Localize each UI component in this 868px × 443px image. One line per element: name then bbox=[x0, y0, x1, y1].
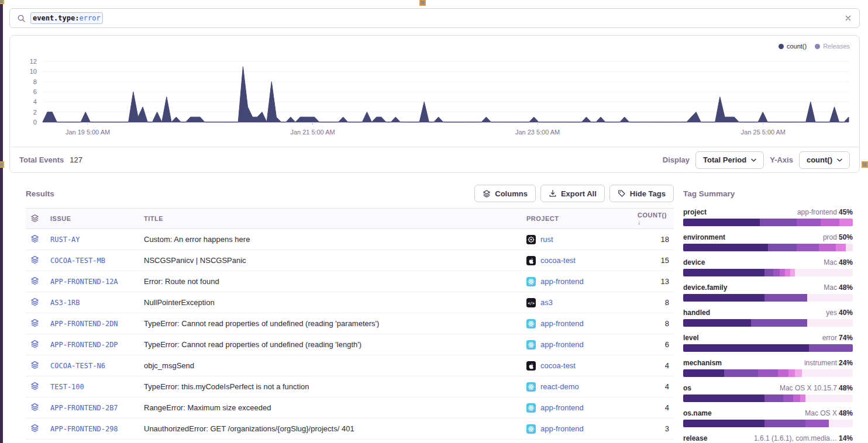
issue-link[interactable]: APP-FRONTEND-298 bbox=[50, 425, 118, 433]
tag-bar-segment[interactable] bbox=[821, 219, 839, 226]
tag-bar-segment[interactable] bbox=[764, 269, 773, 276]
project-link[interactable]: cocoa-test bbox=[540, 361, 576, 370]
tag-bar-segment[interactable] bbox=[683, 294, 764, 302]
tag-bar-segment[interactable] bbox=[805, 394, 853, 402]
project-link[interactable]: app-frontend bbox=[540, 340, 584, 349]
total-events-value: 127 bbox=[70, 155, 82, 164]
selection-handle-top-left[interactable] bbox=[0, 0, 4, 4]
tag-distribution-bar[interactable] bbox=[683, 344, 853, 352]
issue-link[interactable]: AS3-1RB bbox=[50, 299, 80, 307]
project-link[interactable]: rust bbox=[540, 235, 553, 244]
tag-bar-segment[interactable] bbox=[797, 244, 819, 251]
selection-handle-left-middle[interactable] bbox=[0, 161, 4, 168]
selection-handle-right-middle[interactable] bbox=[862, 161, 868, 168]
tag-distribution-bar[interactable] bbox=[683, 219, 853, 226]
column-header-project[interactable]: PROJECT bbox=[522, 208, 633, 229]
tag-bar-segment[interactable] bbox=[760, 219, 797, 226]
issue-link[interactable]: APP-FRONTEND-2B7 bbox=[50, 404, 118, 412]
legend-item[interactable]: count() bbox=[779, 43, 807, 50]
tag-bar-segment[interactable] bbox=[809, 344, 853, 352]
tag-bar-segment[interactable] bbox=[758, 369, 779, 377]
hide-tags-button[interactable]: Hide Tags bbox=[609, 185, 674, 202]
tag-bar-segment[interactable] bbox=[751, 319, 807, 327]
project-link[interactable]: as3 bbox=[540, 298, 553, 307]
tag-bar-segment[interactable] bbox=[802, 369, 853, 377]
tag-bar-segment[interactable] bbox=[790, 269, 795, 276]
issue-stack-icon bbox=[30, 403, 39, 411]
tag-bar-segment[interactable] bbox=[797, 219, 821, 226]
issue-link[interactable]: COCOA-TEST-N6 bbox=[50, 362, 105, 370]
tag-bar-segment[interactable] bbox=[807, 319, 853, 327]
tag-bar-segment[interactable] bbox=[683, 394, 764, 402]
project-link[interactable]: app-frontend bbox=[540, 424, 584, 433]
tag-bar-segment[interactable] bbox=[819, 244, 836, 251]
tag-percent: 48% bbox=[839, 283, 853, 292]
project-link[interactable]: app-frontend bbox=[540, 319, 584, 328]
tag-distribution-bar[interactable] bbox=[683, 269, 853, 276]
results-toolbar: ColumnsExport AllHide Tags bbox=[474, 185, 674, 202]
tag-bar-segment[interactable] bbox=[764, 394, 783, 402]
tag-distribution-bar[interactable] bbox=[683, 394, 853, 402]
tag-distribution-bar[interactable] bbox=[683, 319, 853, 327]
tag-bar-segment[interactable] bbox=[764, 294, 807, 302]
column-header-count[interactable]: COUNT() ↓ bbox=[633, 208, 674, 229]
tag-bar-segment[interactable] bbox=[795, 369, 802, 377]
count-value: 6 bbox=[633, 334, 674, 355]
tag-bar-segment[interactable] bbox=[785, 269, 790, 276]
selection-handle-top-center[interactable] bbox=[419, 0, 426, 6]
column-header-title[interactable]: TITLE bbox=[139, 208, 522, 229]
tag-bar-segment[interactable] bbox=[683, 369, 724, 377]
events-chart[interactable]: 024681012Jan 19 5:00 AMJan 21 5:00 AMJan… bbox=[10, 36, 859, 143]
tag-bar-segment[interactable] bbox=[683, 244, 768, 251]
issue-link[interactable]: APP-FRONTEND-2DN bbox=[50, 320, 118, 328]
tag-bar-segment[interactable] bbox=[783, 394, 793, 402]
issue-link[interactable]: COCOA-TEST-MB bbox=[50, 257, 105, 265]
tag-bar-segment[interactable] bbox=[807, 294, 853, 302]
display-dropdown[interactable]: Total Period bbox=[695, 151, 764, 169]
tag-distribution-bar[interactable] bbox=[683, 369, 853, 377]
tag-bar-segment[interactable] bbox=[829, 420, 853, 427]
legend-item[interactable]: Releases bbox=[815, 43, 850, 50]
columns-button[interactable]: Columns bbox=[474, 185, 536, 202]
tag-bar-segment[interactable] bbox=[800, 394, 805, 402]
tag-distribution-bar[interactable] bbox=[683, 420, 853, 427]
project-link[interactable]: cocoa-test bbox=[540, 256, 576, 265]
yaxis-dropdown-value: count() bbox=[807, 155, 832, 164]
tag-bar-segment[interactable] bbox=[839, 219, 853, 226]
tag-bar-segment[interactable] bbox=[724, 369, 758, 377]
column-header-issue[interactable]: ISSUE bbox=[46, 208, 139, 229]
issue-link[interactable]: APP-FRONTEND-2DP bbox=[50, 341, 118, 349]
tag-percent: 40% bbox=[839, 309, 853, 317]
project-link[interactable]: app-frontend bbox=[540, 277, 584, 286]
search-bar[interactable]: event.type:error bbox=[9, 8, 860, 28]
tag-bar-segment[interactable] bbox=[773, 269, 780, 276]
tag-bar-segment[interactable] bbox=[793, 394, 800, 402]
tag-bar-segment[interactable] bbox=[683, 319, 751, 327]
tag-bar-segment[interactable] bbox=[683, 269, 764, 276]
tag-percent: 48% bbox=[839, 258, 853, 267]
tag-bar-segment[interactable] bbox=[780, 269, 785, 276]
tag-bar-segment[interactable] bbox=[836, 244, 846, 251]
tag-bar-segment[interactable] bbox=[788, 369, 795, 377]
tag-bar-segment[interactable] bbox=[778, 369, 788, 377]
tag-top-value: Mac48% bbox=[824, 258, 853, 267]
yaxis-dropdown[interactable]: count() bbox=[799, 151, 850, 169]
tag-distribution-bar[interactable] bbox=[683, 294, 853, 302]
issue-link[interactable]: RUST-AY bbox=[50, 236, 80, 244]
tag-bar-segment[interactable] bbox=[846, 244, 853, 251]
search-query-token[interactable]: event.type:error bbox=[30, 12, 103, 24]
tag-bar-segment[interactable] bbox=[764, 420, 805, 427]
project-link[interactable]: react-demo bbox=[540, 382, 579, 391]
export-all-button[interactable]: Export All bbox=[540, 185, 605, 202]
clear-search-icon[interactable] bbox=[844, 14, 852, 22]
project-link[interactable]: app-frontend bbox=[540, 403, 584, 412]
tag-bar-segment[interactable] bbox=[683, 344, 809, 352]
tag-distribution-bar[interactable] bbox=[683, 244, 853, 251]
tag-bar-segment[interactable] bbox=[683, 219, 760, 226]
issue-link[interactable]: TEST-100 bbox=[50, 383, 84, 391]
tag-bar-segment[interactable] bbox=[795, 269, 853, 276]
issue-link[interactable]: APP-FRONTEND-12A bbox=[50, 278, 118, 286]
tag-bar-segment[interactable] bbox=[805, 420, 829, 427]
tag-bar-segment[interactable] bbox=[768, 244, 797, 251]
tag-bar-segment[interactable] bbox=[683, 420, 764, 427]
